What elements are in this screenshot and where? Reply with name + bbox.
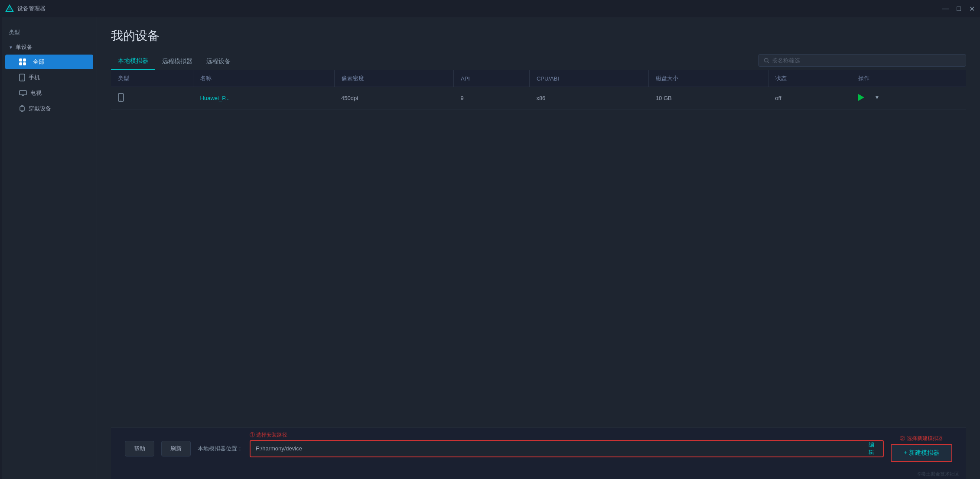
watch-icon [19,105,25,113]
search-icon [764,58,769,64]
step1-hint: ① 选择安装路径 [250,431,287,439]
step2-hint: ② 选择新建模拟器 [900,435,943,442]
sidebar-item-all-label: 全部 [33,58,44,66]
sidebar-group-label: 单设备 [16,43,33,51]
col-status: 状态 [768,70,851,87]
new-emulator-button[interactable]: + 新建模拟器 [891,444,952,462]
new-emulator-section: ② 选择新建模拟器 + 新建模拟器 [891,435,952,462]
device-name-link[interactable]: Huawei_P... [200,95,230,101]
svg-rect-4 [20,91,26,95]
sidebar-item-phone-label: 手机 [29,74,40,81]
edit-button[interactable]: 编辑 [865,441,883,456]
sidebar-item-wearable-label: 穿戴设备 [29,105,51,113]
cell-cpu-abi: x86 [529,87,649,110]
table-header-row: 类型 名称 像素密度 API CPU/ABI 磁盘大小 状态 操作 [111,70,966,87]
tv-icon [19,90,27,96]
svg-rect-7 [20,107,24,111]
svg-line-11 [768,61,769,63]
location-input[interactable] [251,442,865,455]
tab-local-emulator[interactable]: 本地模拟器 [111,53,155,70]
sidebar-item-all[interactable]: 全部 [5,55,93,69]
search-input[interactable] [772,57,960,64]
sidebar-item-phone[interactable]: 手机 [5,70,93,85]
window-controls: — □ ✕ [943,6,975,12]
col-pixel-density: 像素密度 [334,70,453,87]
sidebar-item-tv[interactable]: 电视 [5,86,93,100]
cell-disk-size: 10 GB [649,87,768,110]
minimize-button[interactable]: — [943,6,949,12]
svg-point-13 [120,100,121,100]
cell-api: 9 [453,87,529,110]
cell-pixel-density: 450dpi [334,87,453,110]
device-phone-icon [118,93,124,102]
help-button[interactable]: 帮助 [125,441,154,456]
maximize-button[interactable]: □ [956,6,962,12]
all-devices-icon [19,58,26,65]
app-logo [5,4,14,13]
titlebar: 设备管理器 — □ ✕ [0,0,980,17]
table-area: 类型 名称 像素密度 API CPU/ABI 磁盘大小 状态 操作 [111,70,966,427]
play-button[interactable] [858,94,864,101]
cell-name: Huawei_P... [193,87,334,110]
svg-point-3 [22,80,23,81]
col-cpu-abi: CPU/ABI [529,70,649,87]
cell-type [111,87,193,110]
watermark: ©稀土掘金技术社区 [111,469,966,479]
sidebar-item-wearable[interactable]: 穿戴设备 [5,101,93,116]
main-content: 我的设备 本地模拟器 远程模拟器 远程设备 [97,17,980,479]
cell-actions: ▼ [851,87,966,110]
sidebar-group-header[interactable]: ▼ 单设备 [2,41,97,54]
col-disk-size: 磁盘大小 [649,70,768,87]
app-title: 设备管理器 [17,5,943,13]
col-api: API [453,70,529,87]
devices-table: 类型 名称 像素密度 API CPU/ABI 磁盘大小 状态 操作 [111,70,966,110]
expand-arrow-icon: ▼ [9,45,13,50]
search-box [758,54,966,67]
tab-remote-emulator[interactable]: 远程模拟器 [155,53,199,70]
table-row: Huawei_P... 450dpi 9 x86 10 GB off ▼ [111,87,966,110]
phone-icon [19,74,25,81]
refresh-button[interactable]: 刷新 [161,441,191,456]
app-body: 类型 ▼ 单设备 全部 [0,17,980,479]
sidebar-type-label: 类型 [2,26,97,39]
sidebar: 类型 ▼ 单设备 全部 [2,17,97,479]
tabs-bar: 本地模拟器 远程模拟器 远程设备 [111,53,966,70]
dropdown-button[interactable]: ▼ [875,94,880,100]
col-actions: 操作 [851,70,966,87]
tab-remote-device[interactable]: 远程设备 [199,53,238,70]
col-name: 名称 [193,70,334,87]
svg-point-10 [764,58,768,62]
footer: 帮助 刷新 本地模拟器位置： ① 选择安装路径 编辑 ② 选择新建模拟器 + 新… [111,427,966,469]
col-type: 类型 [111,70,193,87]
location-label: 本地模拟器位置： [198,445,243,453]
page-title: 我的设备 [111,28,966,44]
close-button[interactable]: ✕ [969,6,975,12]
cell-status: off [768,87,851,110]
location-input-wrapper: 编辑 [250,440,884,457]
sidebar-group-single-device: ▼ 单设备 全部 [2,41,97,117]
sidebar-item-tv-label: 电视 [30,89,42,97]
